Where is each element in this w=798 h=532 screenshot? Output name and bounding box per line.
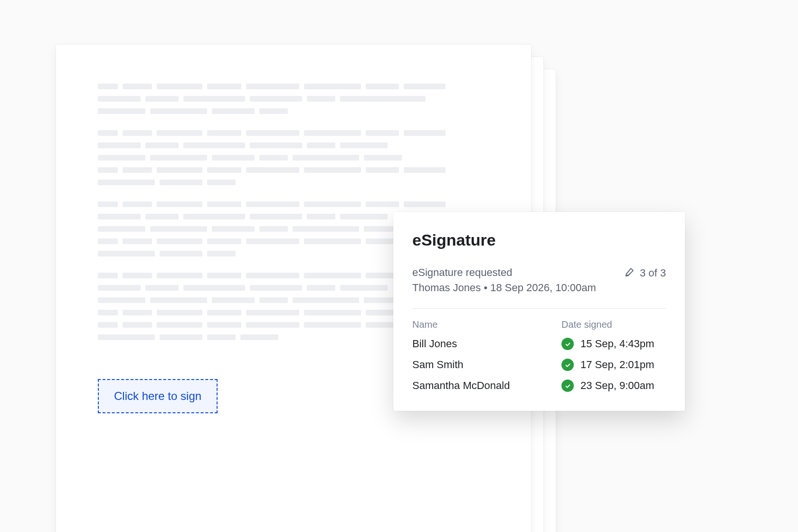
column-header-name: Name [412,319,437,330]
click-to-sign-button-label: Click here to sign [114,390,201,402]
esignature-count-badge: 3 of 3 [625,266,666,280]
sign-pen-icon [625,266,635,280]
signer-date: 15 Sep, 4:43pm [580,338,654,350]
signer-row: Bill Jones 15 Sep, 4:43pm [412,338,666,350]
signer-name: Bill Jones [412,338,561,350]
signer-date: 17 Sep, 2:01pm [580,359,654,371]
signer-row: Sam Smith 17 Sep, 2:01pm [412,359,666,371]
check-icon [561,338,574,350]
check-icon [561,359,574,371]
esignature-requested-label: eSignature requested [412,266,596,279]
esignature-status-row: eSignature requested Thomas Jones • 18 S… [412,266,666,294]
signer-row: Samantha McDonald 23 Sep, 9:00am [412,380,666,392]
esignature-requester-line: Thomas Jones • 18 Sep 2026, 10:00am [412,282,596,294]
esignature-divider [412,308,666,309]
esignature-signers-table: Name Date signed Bill Jones 15 Sep, 4:43… [412,319,666,392]
click-to-sign-button[interactable]: Click here to sign [98,379,218,413]
signer-name: Sam Smith [412,359,561,371]
column-header-date-signed: Date signed [561,319,666,330]
signer-date: 23 Sep, 9:00am [580,380,654,392]
esignature-card: eSignature eSignature requested Thomas J… [393,212,685,411]
esignature-title: eSignature [412,231,666,249]
signer-name: Samantha McDonald [412,380,561,392]
check-icon [561,380,574,392]
esignature-count-text: 3 of 3 [640,267,666,279]
